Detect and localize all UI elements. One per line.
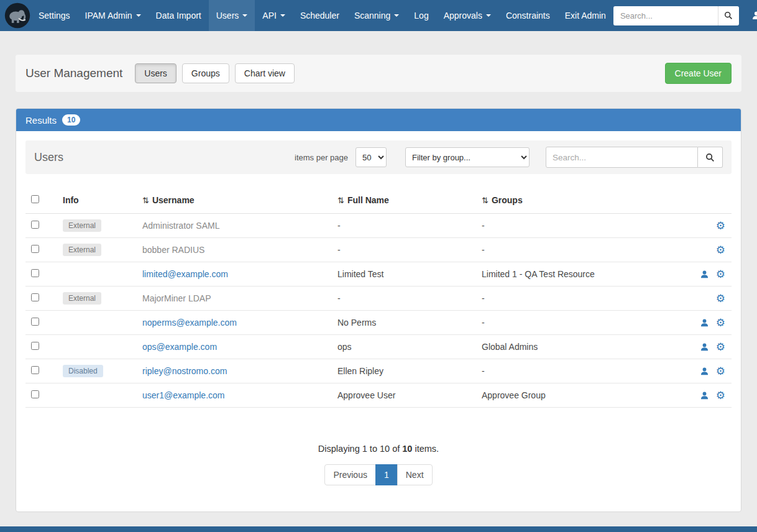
gear-icon[interactable]: ⚙: [716, 221, 725, 231]
global-search-input[interactable]: [613, 6, 718, 25]
row-checkbox[interactable]: [31, 390, 39, 398]
username-link[interactable]: limited@example.com: [142, 269, 228, 279]
nav-item-exit-admin[interactable]: Exit Admin: [557, 0, 613, 31]
user-profile-icon[interactable]: [700, 391, 709, 400]
summary-prefix: Displaying 1 to 10 of: [318, 444, 402, 454]
sort-icon: ⇅: [142, 196, 149, 205]
groups-text: -: [482, 245, 485, 255]
view-toggle-group: Users Groups Chart view: [135, 63, 295, 83]
full-name-text: -: [337, 245, 341, 255]
username-link[interactable]: bobber RADIUS: [142, 245, 204, 255]
nav-item-label: Users: [216, 11, 239, 21]
username-link[interactable]: user1@example.com: [142, 390, 225, 400]
group-filter-select[interactable]: Filter by group...: [405, 147, 530, 167]
column-header-info: Info: [54, 195, 134, 205]
nav-item-scheduler[interactable]: Scheduler: [293, 0, 347, 31]
nav-item-users[interactable]: Users: [209, 0, 255, 31]
summary-suffix: items.: [412, 444, 439, 454]
chevron-down-icon: [486, 14, 491, 17]
full-name-text: -: [337, 293, 341, 303]
gear-icon[interactable]: ⚙: [716, 318, 725, 328]
sort-icon: ⇅: [482, 196, 489, 205]
select-all-checkbox[interactable]: [31, 195, 39, 203]
gear-icon[interactable]: ⚙: [716, 390, 725, 401]
row-checkbox[interactable]: [31, 269, 39, 277]
table-row: External Administrator SAML - -: [25, 214, 732, 238]
column-header-username[interactable]: ⇅Username: [134, 195, 329, 205]
view-button-groups[interactable]: Groups: [182, 63, 229, 83]
column-header-label: Info: [63, 195, 79, 205]
gear-icon[interactable]: ⚙: [716, 245, 725, 255]
chevron-down-icon: [136, 14, 141, 17]
gear-icon[interactable]: ⚙: [716, 269, 725, 280]
results-panel: Results 10 Users items per page 50 Filte…: [16, 108, 741, 512]
row-checkbox[interactable]: [31, 293, 39, 301]
results-title: Results: [25, 115, 57, 126]
results-panel-body: Users items per page 50 Filter by group.…: [16, 131, 741, 511]
full-name-text: -: [337, 221, 341, 231]
status-badge: Disabled: [63, 365, 103, 377]
nav-item-api[interactable]: API: [255, 0, 293, 31]
row-checkbox[interactable]: [31, 318, 39, 326]
username-link[interactable]: ops@example.com: [142, 342, 217, 352]
user-menu[interactable]: [749, 0, 757, 31]
username-link[interactable]: Administrator SAML: [142, 221, 219, 231]
row-checkbox[interactable]: [31, 366, 39, 374]
chevron-down-icon: [394, 14, 399, 17]
global-search: [613, 6, 739, 25]
view-button-chart-view[interactable]: Chart view: [235, 63, 295, 83]
status-badge: External: [63, 219, 101, 232]
table-search: [546, 147, 723, 168]
nav-item-data-import[interactable]: Data Import: [149, 0, 209, 31]
gear-icon[interactable]: ⚙: [716, 342, 725, 352]
mammoth-logo-icon: [4, 2, 31, 29]
nav-item-approvals[interactable]: Approvals: [436, 0, 498, 31]
gear-icon[interactable]: ⚙: [716, 366, 725, 377]
view-button-users[interactable]: Users: [135, 63, 177, 83]
user-profile-icon[interactable]: [700, 342, 709, 352]
nav-item-ipam-admin[interactable]: IPAM Admin: [78, 0, 149, 31]
row-checkbox[interactable]: [31, 221, 39, 229]
results-count-badge: 10: [62, 114, 80, 126]
nav-item-label: Settings: [39, 11, 70, 21]
app-logo[interactable]: [4, 1, 31, 30]
table-row: user1@example.com Approvee User Approvee…: [25, 383, 732, 408]
column-header-label: Username: [152, 195, 195, 205]
user-profile-icon[interactable]: [700, 318, 709, 328]
username-link[interactable]: ripley@nostromo.com: [142, 366, 227, 376]
row-checkbox[interactable]: [31, 245, 39, 253]
table-title: Users: [34, 151, 63, 164]
nav-item-settings[interactable]: Settings: [31, 0, 78, 31]
gear-icon[interactable]: ⚙: [716, 293, 725, 304]
groups-text: -: [482, 366, 485, 376]
page-1-button[interactable]: 1: [375, 464, 398, 485]
nav-item-scanning[interactable]: Scanning: [347, 0, 406, 31]
table-search-input[interactable]: [546, 147, 698, 168]
user-profile-icon[interactable]: [700, 270, 709, 279]
status-badge: External: [63, 292, 101, 305]
items-per-page-select[interactable]: 50: [356, 147, 387, 167]
top-navbar: Settings IPAM Admin Data Import Users AP…: [0, 0, 757, 31]
column-header-full-name[interactable]: ⇅Full Name: [329, 195, 473, 205]
column-header-groups[interactable]: ⇅Groups: [473, 195, 688, 205]
table-search-button[interactable]: [698, 147, 723, 168]
full-name-text: ops: [337, 342, 352, 352]
status-badge: External: [63, 244, 101, 256]
nav-item-label: Constraints: [506, 11, 550, 21]
row-checkbox[interactable]: [31, 342, 39, 350]
create-user-button[interactable]: Create User: [665, 63, 732, 84]
user-profile-icon[interactable]: [700, 367, 709, 376]
items-per-page-label: items per page: [295, 153, 348, 162]
nav-item-constraints[interactable]: Constraints: [498, 0, 557, 31]
main-content: User Management Users Groups Chart view …: [0, 31, 757, 512]
username-link[interactable]: noperms@example.com: [142, 318, 237, 328]
global-search-button[interactable]: [718, 6, 739, 25]
nav-item-label: API: [262, 11, 277, 21]
pagination-summary: Displaying 1 to 10 of 10 items.: [25, 444, 732, 454]
username-link[interactable]: MajorMiner LDAP: [142, 293, 211, 303]
previous-page-button[interactable]: Previous: [324, 464, 375, 485]
next-page-button[interactable]: Next: [397, 464, 433, 485]
nav-item-log[interactable]: Log: [406, 0, 436, 31]
groups-text: Global Admins: [482, 342, 538, 352]
table-toolbar: Users items per page 50 Filter by group.…: [25, 140, 732, 174]
